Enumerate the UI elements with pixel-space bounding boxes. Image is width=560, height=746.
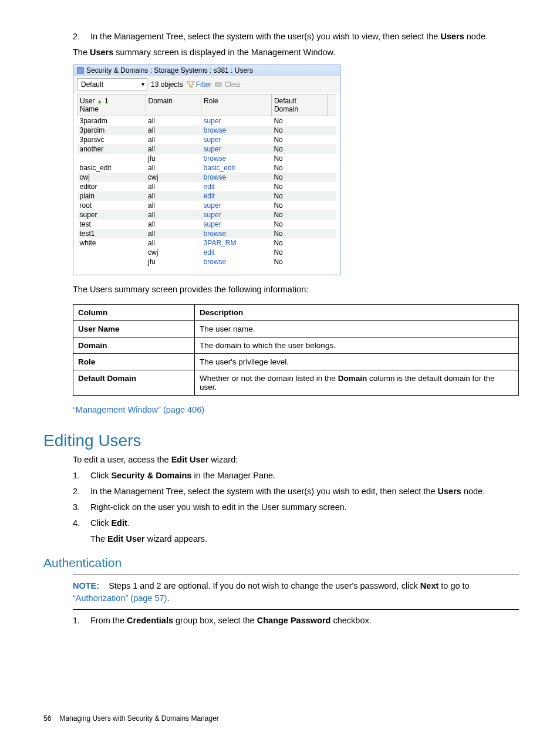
heading-authentication: Authentication [43, 556, 517, 570]
desc-row: User NameThe user name. [73, 321, 519, 337]
desc-row: DomainThe domain to which the user belon… [73, 337, 519, 354]
desc-row: Default DomainWhether or not the domain … [73, 370, 519, 396]
text: node. [464, 32, 488, 41]
result-paragraph: The Edit User wizard appears. [90, 533, 517, 545]
table-row[interactable]: rootallsuperNo [77, 201, 337, 210]
table-row[interactable]: cwjcwjbrowseNo [77, 173, 337, 182]
step-number: 2. [73, 31, 90, 43]
desc-intro: The Users summary screen provides the fo… [73, 283, 517, 296]
chevron-down-icon: ▼ [140, 82, 146, 87]
window-title: Security & Domains : Storage Systems : s… [86, 66, 253, 75]
view-dropdown[interactable]: Default ▼ [77, 78, 147, 90]
table-row[interactable]: basic_editallbasic_editNo [77, 163, 337, 173]
table-row[interactable]: jfubrowseNo [77, 257, 337, 266]
list-item: 1.Click Security & Domains in the Manage… [73, 470, 517, 482]
column-description-table: Column Description User NameThe user nam… [73, 304, 519, 396]
footer-title: Managing Users with Security & Domains M… [59, 714, 218, 723]
paragraph: The Users summary screen is displayed in… [73, 46, 517, 59]
table-row[interactable]: cwjeditNo [77, 248, 337, 257]
list-item: 2.In the Management Tree, select the sys… [73, 485, 517, 498]
table-row[interactable]: 3paradmallsuperNo [77, 116, 337, 126]
note: NOTE: Steps 1 and 2 are optional. If you… [73, 580, 517, 605]
col-role[interactable]: Role [201, 94, 272, 116]
authorization-link[interactable]: “Authorization” (page 57) [73, 593, 167, 603]
users-summary-screenshot: Security & Domains : Storage Systems : s… [73, 65, 340, 275]
eraser-icon [215, 82, 223, 87]
table-row[interactable]: superallsuperNo [77, 210, 337, 220]
col-default-domain[interactable]: Default Domain [271, 94, 327, 116]
desc-row: RoleThe user's privilege level. [73, 354, 519, 370]
filter-button[interactable]: Filter [187, 80, 212, 89]
paragraph: To edit a user, access the Edit User wiz… [73, 454, 517, 466]
note-label: NOTE: [73, 581, 99, 590]
page-footer: 56 Managing Users with Security & Domain… [43, 714, 219, 723]
filter-icon [187, 81, 195, 88]
list-item: 4.Click Edit. [73, 517, 517, 529]
table-row[interactable]: testallsuperNo [77, 220, 337, 229]
table-row[interactable]: plainalleditNo [77, 191, 337, 201]
list-item: 3.Right-click on the user you wish to ed… [73, 501, 517, 514]
table-row[interactable]: jfubrowseNo [77, 154, 337, 163]
page-number: 56 [43, 714, 51, 723]
svg-rect-1 [215, 83, 221, 86]
toolbar: Default ▼ 13 objects Filter Clear [73, 76, 340, 93]
th-column: Column [73, 305, 195, 321]
clear-button[interactable]: Clear [215, 80, 241, 89]
th-description: Description [195, 305, 519, 321]
window-titlebar: Security & Domains : Storage Systems : s… [73, 65, 340, 76]
table-row[interactable]: 3parsvcallsuperNo [77, 135, 337, 144]
separator [73, 609, 519, 610]
step-2: 2. In the Management Tree, select the sy… [73, 31, 517, 43]
text: In the Management Tree, select the syste… [90, 32, 440, 41]
col-domain[interactable]: Domain [146, 94, 201, 116]
sort-asc-icon: ▲ [97, 98, 103, 104]
table-row[interactable]: whiteall3PAR_RMNo [77, 238, 337, 248]
object-count: 13 objects [151, 80, 183, 89]
cred-step-1: 1. From the Credentials group box, selec… [73, 615, 517, 627]
table-row[interactable]: editoralleditNo [77, 182, 337, 191]
svg-rect-0 [77, 67, 83, 73]
table-row[interactable]: 3parcimallbrowseNo [77, 126, 337, 135]
users-table: User ▲ 1 Name Domain Role Default Domain [77, 94, 336, 266]
text-bold: Users [440, 32, 464, 41]
app-icon [77, 67, 84, 74]
table-row[interactable]: test1allbrowseNo [77, 229, 337, 238]
separator [73, 575, 519, 575]
col-username[interactable]: User ▲ 1 Name [77, 94, 146, 116]
heading-editing-users: Editing Users [43, 431, 517, 450]
management-window-link[interactable]: “Management Window” (page 406) [73, 405, 204, 414]
table-row[interactable]: anotherallsuperNo [77, 144, 337, 154]
